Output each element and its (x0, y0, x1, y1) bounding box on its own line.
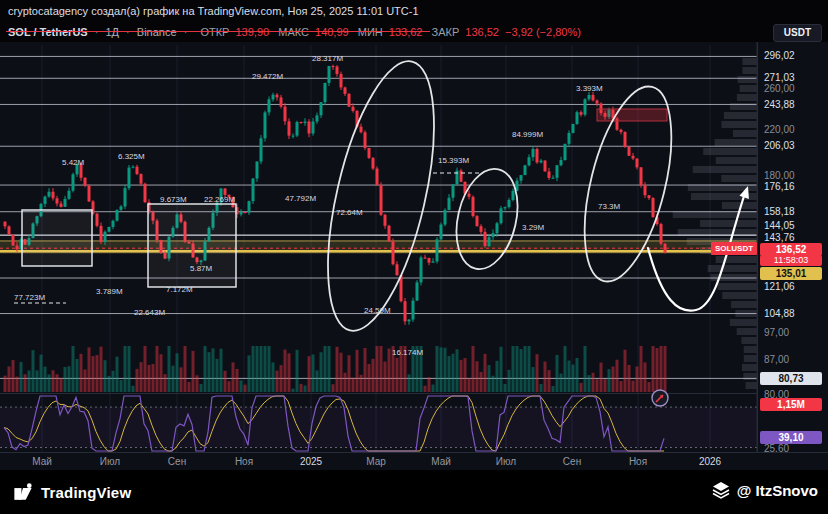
time-axis-label: Сен (157, 456, 197, 467)
price-tick: 220,00 (764, 124, 795, 136)
time-axis-label: Май (22, 456, 62, 467)
price-tick: 260,00 (764, 83, 795, 95)
change-value: −3,92 (−2,80%) (505, 26, 581, 38)
time-axis-label: Июл (486, 456, 526, 467)
close-value: 136,52 (465, 26, 499, 38)
attribution-bar: cryptocatagency создал(а) график на Trad… (0, 0, 828, 22)
chart-canvas[interactable] (0, 42, 828, 452)
redaction-strike-line (6, 31, 430, 32)
volume-value-badge: 1,15M (760, 398, 822, 411)
separator: · (184, 26, 188, 38)
time-axis-label: 2026 (690, 456, 730, 467)
compass-sticker-icon[interactable] (650, 388, 670, 408)
series-price-label: SOLUSDT (711, 242, 757, 255)
price-tick: 296,02 (764, 50, 795, 62)
symbol-name[interactable]: SOL / TetherUS (8, 26, 88, 38)
price-tick: 104,88 (764, 308, 795, 320)
low-value: 133,62 (389, 26, 423, 38)
exchange-label: Binance (137, 26, 177, 38)
rsi-value-badge: 39,10 (760, 431, 822, 444)
footer-bar: TradingView @ ItzSnovo (0, 470, 828, 514)
time-axis-label: Май (421, 456, 461, 467)
bar-countdown-badge: 11:58:03 (760, 255, 822, 266)
yellow-level-badge: 135,01 (760, 267, 822, 280)
watermark-text: @ ItzSnovo (737, 482, 818, 499)
time-axis-label: Ноя (618, 456, 658, 467)
currency-toggle-button[interactable]: USDT (773, 24, 822, 42)
price-tick: 206,03 (764, 140, 795, 152)
attribution-text: cryptocatagency создал(а) график на Trad… (8, 5, 419, 17)
price-tick: 158,18 (764, 206, 795, 218)
time-axis-label: Сен (552, 456, 592, 467)
price-tick: 144,05 (764, 220, 795, 232)
price-scale[interactable]: 296,02271,03260,00243,88220,00206,03180,… (757, 42, 828, 452)
chart-pane[interactable]: 28.317M29.472M3.393M84.999M5.42M6.325M15… (0, 42, 828, 452)
price-tick: 87,00 (764, 354, 789, 366)
separator: · (95, 26, 99, 38)
separator: · (126, 26, 130, 38)
time-axis-label: Ноя (224, 456, 264, 467)
tradingview-logo[interactable]: TradingView (12, 481, 131, 503)
symbol-ohlc-bar: SOL / TetherUS · 1Д · Binance · ОТКР 139… (0, 22, 828, 42)
price-tick: 121,06 (764, 281, 795, 293)
open-label: ОТКР (200, 26, 229, 38)
tradingview-logo-icon (12, 481, 34, 503)
price-tick: 176,16 (764, 181, 795, 193)
time-scale[interactable]: МайИюлСенНоя2025МарМайИюлСенНоя2026 (0, 452, 828, 471)
price-tick: 243,88 (764, 99, 795, 111)
stack-icon (712, 481, 730, 499)
time-axis-label: 2025 (291, 456, 331, 467)
high-label: МАКС (278, 26, 309, 38)
tradingview-chart-screenshot: cryptocatagency создал(а) график на Trad… (0, 0, 828, 514)
tradingview-logo-text: TradingView (41, 484, 131, 501)
high-value: 140,99 (315, 26, 349, 38)
open-value: 139,90 (236, 26, 270, 38)
interval-label: 1Д (105, 26, 119, 38)
close-label: ЗАКР (432, 26, 460, 38)
time-axis-label: Мар (356, 456, 396, 467)
watermark: @ ItzSnovo (712, 481, 818, 499)
time-axis-label: Июл (90, 456, 130, 467)
price-tick: 97,00 (764, 327, 789, 339)
low-label: МИН (358, 26, 383, 38)
white-level-badge: 80,73 (760, 372, 822, 385)
